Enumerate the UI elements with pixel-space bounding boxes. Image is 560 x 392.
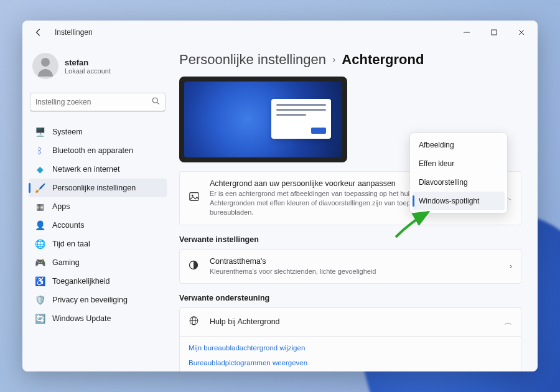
- nav-icon: ◆: [35, 164, 45, 174]
- svg-rect-1: [492, 30, 497, 35]
- nav-label: Persoonlijke instellingen: [52, 184, 136, 192]
- sidebar-item-bluetooth-en-apparaten[interactable]: ᛒBluetooth en apparaten: [29, 141, 167, 160]
- help-link[interactable]: Mijn bureaubladachtergrond wijzigen: [189, 340, 512, 355]
- close-button[interactable]: [508, 23, 535, 42]
- sidebar-item-windows-update[interactable]: 🔄Windows Update: [29, 309, 167, 328]
- nav-icon: 🛡️: [35, 295, 45, 305]
- card-subtitle: Kleurenthema's voor slechtzienden, licht…: [210, 267, 496, 276]
- nav-icon: 🔄: [35, 314, 45, 324]
- nav-label: Windows Update: [52, 314, 111, 323]
- contrast-themes-card[interactable]: Contrastthema's Kleurenthema's voor slec…: [179, 249, 521, 284]
- svg-rect-4: [190, 193, 198, 201]
- card-title: Contrastthema's: [210, 257, 496, 266]
- sidebar-item-systeem[interactable]: 🖥️Systeem: [29, 123, 167, 141]
- nav-label: Gaming: [52, 258, 80, 267]
- sidebar-item-privacy-en-beveiliging[interactable]: 🛡️Privacy en beveiliging: [29, 291, 167, 309]
- sidebar-item-gaming[interactable]: 🎮Gaming: [29, 253, 167, 272]
- search-box[interactable]: [30, 93, 166, 111]
- chevron-up-icon: ︿: [505, 317, 512, 327]
- svg-point-5: [192, 195, 194, 197]
- nav-label: Systeem: [52, 128, 83, 136]
- dropdown-option[interactable]: Diavoorstelling: [413, 173, 505, 192]
- settings-window: Instellingen stefan Lokaal account 🖥️: [22, 21, 538, 371]
- nav-icon: ᛒ: [35, 146, 45, 156]
- wallpaper-preview: [179, 77, 347, 162]
- dropdown-option[interactable]: Afbeelding: [413, 136, 505, 154]
- svg-point-2: [152, 98, 157, 103]
- sidebar-item-persoonlijke-instellingen[interactable]: 🖌️Persoonlijke instellingen: [29, 179, 167, 197]
- nav-icon: 🖥️: [35, 127, 45, 137]
- sidebar-item-accounts[interactable]: 👤Accounts: [29, 216, 167, 235]
- sidebar-item-tijd-en-taal[interactable]: 🌐Tijd en taal: [29, 235, 167, 253]
- sidebar-item-apps[interactable]: ▦Apps: [29, 197, 167, 216]
- contrast-icon: [189, 260, 201, 273]
- nav-label: Toegankelijkheid: [52, 277, 110, 286]
- section-related-support: Verwante ondersteuning: [179, 294, 521, 302]
- chevron-right-icon: ›: [510, 262, 512, 271]
- nav-label: Bluetooth en apparaten: [52, 146, 133, 155]
- section-related-settings: Verwante instellingen: [179, 235, 521, 244]
- sidebar-item-toegankelijkheid[interactable]: ♿Toegankelijkheid: [29, 272, 167, 291]
- maximize-button[interactable]: [480, 23, 508, 42]
- nav-label: Apps: [52, 202, 70, 211]
- image-icon: [189, 191, 201, 205]
- background-type-dropdown[interactable]: AfbeeldingEffen kleurDiavoorstellingWind…: [409, 133, 508, 213]
- nav-label: Netwerk en internet: [52, 165, 119, 174]
- nav-icon: 👤: [35, 220, 45, 230]
- nav-label: Tijd en taal: [52, 240, 90, 248]
- minimize-button[interactable]: [453, 23, 480, 42]
- back-button[interactable]: [31, 25, 46, 40]
- card-title: Hulp bij Achtergrond: [210, 317, 496, 326]
- nav-label: Accounts: [52, 221, 84, 230]
- nav-icon: 🌐: [35, 239, 45, 249]
- nav-icon: ♿: [35, 276, 45, 286]
- user-subtitle: Lokaal account: [65, 67, 111, 75]
- search-icon: [152, 97, 160, 107]
- chevron-right-icon: ›: [332, 54, 335, 65]
- breadcrumb-parent[interactable]: Persoonlijke instellingen: [179, 52, 326, 68]
- titlebar: Instellingen: [22, 21, 538, 44]
- help-background-card[interactable]: Hulp bij Achtergrond ︿: [179, 307, 521, 337]
- help-link[interactable]: Bureaubladpictogrammen weergeven: [189, 355, 512, 370]
- dropdown-option[interactable]: Windows-spotlight: [413, 192, 505, 210]
- dropdown-option[interactable]: Effen kleur: [413, 154, 505, 173]
- nav-icon: 🎮: [35, 258, 45, 268]
- search-input[interactable]: [35, 98, 152, 106]
- help-links: Mijn bureaubladachtergrond wijzigen Bure…: [179, 337, 521, 371]
- avatar: [32, 53, 58, 79]
- sidebar-item-netwerk-en-internet[interactable]: ◆Netwerk en internet: [29, 160, 167, 179]
- window-controls: [453, 23, 535, 42]
- user-profile[interactable]: stefan Lokaal account: [29, 49, 167, 88]
- globe-icon: [189, 315, 201, 329]
- app-title: Instellingen: [55, 28, 93, 37]
- nav-icon: 🖌️: [35, 183, 45, 193]
- nav-label: Privacy en beveiliging: [52, 296, 128, 304]
- breadcrumb-current: Achtergrond: [342, 52, 424, 68]
- sidebar: stefan Lokaal account 🖥️SysteemᛒBluetoot…: [22, 44, 173, 371]
- nav-icon: ▦: [35, 202, 45, 212]
- breadcrumb: Persoonlijke instellingen › Achtergrond: [179, 52, 521, 68]
- svg-line-3: [157, 103, 159, 105]
- user-name: stefan: [65, 58, 111, 67]
